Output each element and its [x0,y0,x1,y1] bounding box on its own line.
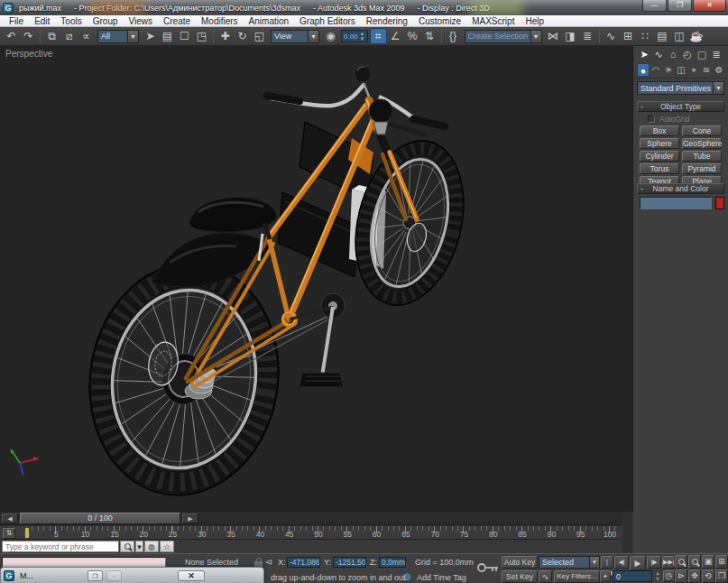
auto-key-button[interactable]: Auto Key [502,556,538,569]
zoom-button[interactable] [675,555,687,569]
time-slider-handle[interactable]: 0 / 100 [20,513,180,524]
tab-utilities[interactable]: ≣ [709,47,723,61]
current-frame-field[interactable]: 0 [613,570,652,582]
material-editor-icon[interactable]: ∷ [637,28,654,44]
time-configuration-button[interactable]: ◷ [663,570,675,582]
subtab-geometry[interactable]: ● [637,63,650,77]
subtab-cameras[interactable]: ◫ [675,63,687,77]
menu-modifiers[interactable]: Modifiers [196,15,244,27]
menu-animation[interactable]: Animation [244,15,294,27]
menu-group[interactable]: Group [88,15,124,27]
close-button[interactable]: ✕ [693,0,726,12]
viewport-label[interactable]: Perspective [5,49,52,59]
menu-customize[interactable]: Customize [413,15,466,27]
object-color-swatch[interactable] [715,197,724,209]
communication-center-icon[interactable]: ◍ [144,541,159,552]
layer-manager-icon[interactable]: ≣ [579,28,596,44]
rendered-frame-window-icon[interactable]: ◫ [671,28,688,44]
spinner-arrows-icon[interactable]: ▲▼ [360,31,365,42]
pan-button[interactable]: ✥ [688,569,701,583]
favorites-star-icon[interactable]: ☆ [160,541,174,552]
window-crossing-icon[interactable]: ◳ [193,28,210,44]
primitive-button-torus[interactable]: Torus [640,163,679,174]
render-setup-icon[interactable]: ▤ [654,28,671,44]
zoom-extents-all-button[interactable]: ⊞ [715,555,728,569]
primitive-button-sphere[interactable]: Sphere [640,138,679,149]
unlink-selection-icon[interactable]: ⧄ [60,28,78,44]
menu-graph-editors[interactable]: Graph Editors [294,15,361,27]
select-by-name-icon[interactable]: ▤ [159,28,176,44]
field-of-view-button[interactable]: ⊳ [675,569,687,583]
category-dropdown[interactable]: Standard Primitives ▼ [637,81,724,95]
mini-window-restore-button[interactable]: ❐ [88,570,103,581]
previous-frame-button[interactable]: ◀| [614,556,629,569]
use-pivot-point-icon[interactable]: ◉ [322,28,339,44]
time-slider-track[interactable]: ◀ 0 / 100 ▶ [0,512,622,525]
maximize-viewport-button[interactable]: ❒ [715,569,728,583]
snaps-toggle-icon[interactable]: ⌗ [370,28,387,44]
primitive-button-geosphere[interactable]: GeoSphere [682,138,722,149]
chevron-down-icon[interactable]: ▼ [589,557,599,568]
menu-help[interactable]: Help [520,15,549,27]
menu-rendering[interactable]: Rendering [361,15,413,27]
subtab-lights[interactable]: ☀ [662,63,675,77]
spinner-snap-toggle-icon[interactable]: ⇅ [421,28,438,44]
time-slider-prev-arrow[interactable]: ◀ [2,514,18,523]
menu-tools[interactable]: Tools [55,15,87,27]
autogrid-checkbox[interactable] [648,116,655,123]
primitive-button-tube[interactable]: Tube [682,151,722,162]
rectangular-selection-region-icon[interactable]: ☐ [176,28,193,44]
z-coordinate-field[interactable]: 0,0mm [379,557,406,568]
menu-file[interactable]: File [4,15,29,27]
tab-motion[interactable]: ◴ [680,47,695,61]
schematic-view-icon[interactable]: ⊞ [620,28,637,44]
minimized-floating-window[interactable]: G M... ❐ ▫ ✕ [0,567,264,583]
search-options-arrow[interactable]: ▾ [135,541,143,552]
select-and-move-icon[interactable]: ✚ [217,28,234,44]
tab-display[interactable]: ▢ [695,47,709,61]
subtab-space-warps[interactable]: ≋ [700,63,713,77]
x-coordinate-field[interactable]: -471,086m [287,557,320,568]
key-filters-button[interactable]: Key Filters... [554,570,600,583]
search-input[interactable] [2,541,119,552]
selection-filter-dropdown[interactable]: All▼ [97,30,139,43]
primitive-button-box[interactable]: Box [640,125,679,136]
absolute-mode-icon[interactable]: ⊲ [265,557,272,567]
timeline-ruler[interactable]: ⇅ 05101520253035404550556065707580859095… [0,526,622,540]
percent-snap-toggle-icon[interactable]: % [404,28,421,44]
chevron-down-icon[interactable]: ▼ [127,31,138,42]
tab-modify[interactable]: ∿ [651,47,666,61]
select-and-rotate-icon[interactable]: ↻ [234,28,251,44]
angle-snap-toggle-icon[interactable]: ∠ [387,28,404,44]
subtab-helpers[interactable]: ⌖ [687,63,700,77]
tab-create[interactable]: ➤ [637,47,651,61]
primitive-button-pyramid[interactable]: Pyramid [682,163,722,174]
primitive-button-cone[interactable]: Cone [682,125,722,136]
bind-to-space-warp-icon[interactable]: ∝ [78,28,95,44]
undo-icon[interactable]: ↶ [3,28,20,44]
maximize-button[interactable]: ❐ [668,0,692,12]
menu-views[interactable]: Views [124,15,159,27]
select-and-link-icon[interactable]: ⧉ [43,28,60,44]
bike-3d-model[interactable] [0,46,633,512]
go-to-end-button[interactable]: ▶▶| [662,556,675,569]
open-mini-curve-editor-button[interactable]: ⇅ [3,528,15,539]
perspective-viewport[interactable]: Perspective [0,46,633,512]
menu-maxscript[interactable]: MAXScript [466,15,520,27]
primitive-button-cylinder[interactable]: Cylinder [640,151,679,162]
select-object-icon[interactable]: ➤ [142,28,159,44]
go-to-start-button[interactable]: |◀◀ [601,556,613,569]
mirror-icon[interactable]: ⋈ [545,28,562,44]
render-production-icon[interactable]: ☕ [688,28,705,44]
zoom-all-button[interactable] [688,555,701,569]
align-icon[interactable]: ◨ [562,28,579,44]
frame-spinner[interactable]: ▲▼ [654,570,661,582]
chevron-down-icon[interactable]: ▼ [308,31,318,42]
time-slider-next-arrow[interactable]: ▶ [182,514,198,523]
set-key-button[interactable]: Set Key [502,570,538,583]
menu-edit[interactable]: Edit [29,15,55,27]
mini-window-close-button[interactable]: ✕ [178,570,205,581]
mini-window-minimize-button[interactable]: ▫ [106,570,122,581]
object-name-field[interactable] [640,197,712,209]
redo-icon[interactable]: ↷ [20,28,37,44]
